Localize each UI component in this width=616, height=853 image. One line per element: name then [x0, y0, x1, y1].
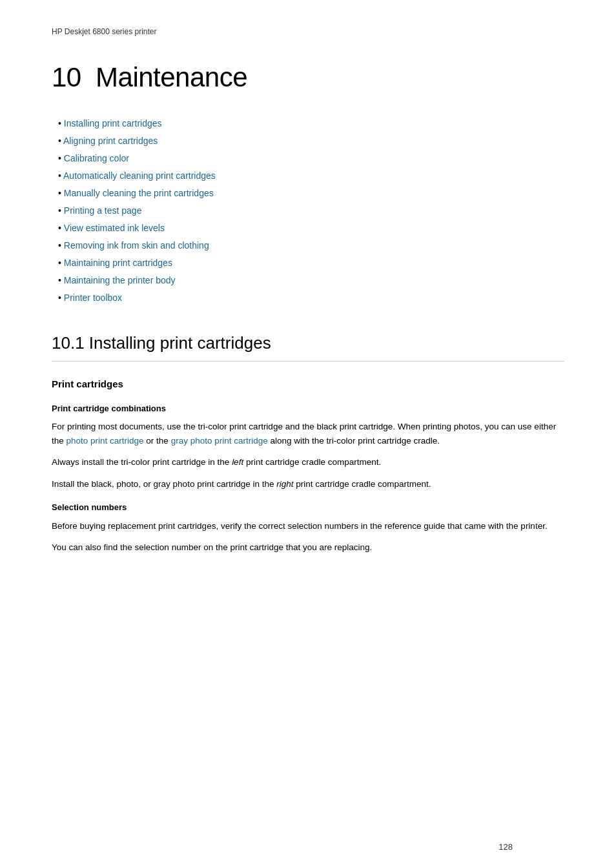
toc-link[interactable]: Aligning print cartridges: [63, 136, 158, 146]
right-italic: right: [276, 479, 293, 489]
toc-item: Automatically cleaning print cartridges: [58, 169, 564, 183]
sub-subsection-title-combinations: Print cartridge combinations: [52, 402, 564, 415]
combination-para-1: For printing most documents, use the tri…: [52, 420, 564, 447]
sub-subsection-selection-numbers: Selection numbers Before buying replacem…: [52, 501, 564, 555]
toc-item: Printer toolbox: [58, 291, 564, 305]
toc-item: Maintaining print cartridges: [58, 256, 564, 270]
toc-item: Printing a test page: [58, 204, 564, 218]
chapter-title-text: Maintenance: [96, 62, 247, 92]
selection-para-2: You can also find the selection number o…: [52, 540, 564, 555]
toc-item: Installing print cartridges: [58, 117, 564, 130]
toc-link[interactable]: View estimated ink levels: [64, 223, 165, 233]
toc-link[interactable]: Printer toolbox: [64, 293, 122, 303]
page-wrapper: HP Deskjet 6800 series printer 10 Mainte…: [52, 26, 564, 853]
toc-link[interactable]: Installing print cartridges: [64, 118, 162, 128]
toc-link[interactable]: Maintaining print cartridges: [64, 258, 172, 268]
sub-subsection-title-selection-numbers: Selection numbers: [52, 501, 564, 514]
toc-link[interactable]: Calibrating color: [64, 153, 129, 163]
photo-print-cartridge-link[interactable]: photo print cartridge: [67, 436, 144, 446]
left-italic: left: [232, 457, 243, 467]
toc-item: Calibrating color: [58, 152, 564, 165]
toc-link[interactable]: Maintaining the printer body: [64, 275, 176, 285]
toc-list: Installing print cartridgesAligning prin…: [52, 117, 564, 305]
chapter-title: 10 Maintenance: [52, 57, 564, 98]
combination-para-3: Install the black, photo, or gray photo …: [52, 477, 564, 491]
sub-subsection-combinations: Print cartridge combinations For printin…: [52, 402, 564, 491]
section-number: 10.1: [52, 333, 89, 353]
gray-photo-cartridge-link[interactable]: gray photo print cartridge: [171, 436, 268, 446]
selection-para-1: Before buying replacement print cartridg…: [52, 519, 564, 533]
toc-item: Aligning print cartridges: [58, 134, 564, 148]
toc-link[interactable]: Automatically cleaning print cartridges: [63, 170, 216, 181]
toc-item: Removing ink from skin and clothing: [58, 239, 564, 252]
toc-item: Maintaining the printer body: [58, 274, 564, 287]
section-title-text: Installing print cartridges: [89, 333, 271, 353]
toc-item: Manually cleaning the print cartridges: [58, 187, 564, 200]
toc-link[interactable]: Manually cleaning the print cartridges: [64, 188, 214, 198]
section-title: 10.1 Installing print cartridges: [52, 331, 564, 362]
toc-item: View estimated ink levels: [58, 221, 564, 235]
toc-link[interactable]: Removing ink from skin and clothing: [64, 240, 209, 251]
breadcrumb: HP Deskjet 6800 series printer: [52, 26, 564, 37]
subsection-title-print-cartridges: Print cartridges: [52, 377, 564, 392]
toc-link[interactable]: Printing a test page: [64, 205, 142, 216]
subsection-print-cartridges: Print cartridges Print cartridge combina…: [52, 377, 564, 555]
chapter-number: 10: [52, 62, 81, 92]
page-number: 128: [498, 841, 513, 854]
combination-para-2: Always install the tri-color print cartr…: [52, 455, 564, 469]
